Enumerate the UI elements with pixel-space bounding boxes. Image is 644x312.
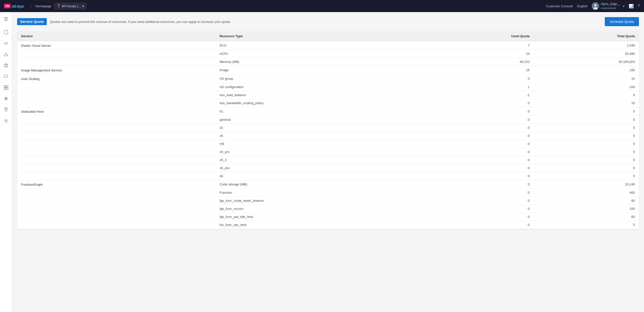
cell-service: FunctionGraph (17, 180, 216, 189)
svg-point-9 (6, 108, 7, 109)
cell-total-quota: 5 (534, 172, 639, 180)
user-menu[interactable]: Alpha_Edge_... oneprocloud ▾ (592, 2, 625, 10)
cell-resource-type: s6_pro (216, 164, 427, 172)
cell-used-quota: -1 (427, 91, 534, 99)
cell-total-quota: 5 (534, 148, 639, 156)
nav-divider: | (30, 4, 31, 8)
bar-chart-icon[interactable]: 📊 (629, 4, 634, 9)
cell-resource-type: fss_func_vpc_limit (216, 221, 427, 229)
table-row: Memory (MB)49,15225,165,824 (17, 58, 639, 66)
svg-rect-7 (4, 88, 6, 90)
cell-service: Auto Scaling (17, 74, 216, 83)
homepage-link[interactable]: Homepage (35, 4, 51, 8)
cell-resource-type: c6 (216, 132, 427, 140)
cell-service (17, 58, 216, 66)
cell-used-quota: 0 (427, 107, 534, 116)
table-row: Function0400 (17, 189, 639, 197)
avatar (592, 2, 599, 10)
table-row: c6_205 (17, 156, 639, 164)
sidebar-item-network[interactable] (1, 49, 11, 59)
table-row: fgs_func_scale_down_timeout060 (17, 197, 639, 205)
quota-table: Service Resource Type Used Quota Total Q… (17, 31, 639, 229)
cell-used-quota: 0 (427, 180, 534, 189)
sidebar-item-storage[interactable] (1, 60, 11, 70)
cell-total-quota: 100 (534, 83, 639, 91)
sidebar-item-compute[interactable] (1, 38, 11, 48)
cell-service (17, 221, 216, 229)
hamburger-menu[interactable]: ☰ (1, 14, 11, 24)
cell-service (17, 172, 216, 180)
location-label: MY-Kuala L... (62, 4, 82, 8)
svg-rect-4 (4, 65, 8, 66)
cell-used-quota: 0 (427, 156, 534, 164)
cell-total-quota: 6 (534, 91, 639, 99)
cell-used-quota: 16 (427, 66, 534, 74)
help-icon[interactable]: ? (638, 4, 640, 8)
svg-rect-8 (6, 88, 8, 90)
cell-used-quota: 0 (427, 189, 534, 197)
logo-box: TM (4, 4, 11, 8)
language-selector[interactable]: English (577, 4, 588, 8)
table-row: general05 (17, 116, 639, 124)
sidebar-item-settings[interactable] (1, 116, 11, 126)
cell-total-quota: 100 (534, 205, 639, 213)
cell-used-quota: 0 (427, 221, 534, 229)
cell-total-quota: 5 (534, 221, 639, 229)
table-row: FunctionGraphCode storage (MB)010,240 (17, 180, 639, 189)
increase-quota-button[interactable]: Increase Quota (605, 17, 639, 26)
page-header: Service Quota Quotas are used to prevent… (17, 17, 639, 26)
sidebar-item-deploy[interactable] (1, 105, 11, 115)
cell-total-quota: 5 (534, 132, 639, 140)
cell-used-quota: 1 (427, 83, 534, 91)
cell-service: Dedicated Host (17, 107, 216, 116)
sidebar-item-dashboard[interactable] (1, 27, 11, 37)
table-row: fgs_func_pat_idle_time060 (17, 213, 639, 221)
cell-resource-type: ess_load_balance (216, 91, 427, 99)
cell-used-quota: 0 (427, 213, 534, 221)
table-row: m605 (17, 140, 639, 148)
top-navigation: TM αEdge | Homepage 📍 MY-Kuala L... ▾ Cu… (0, 0, 644, 12)
cell-resource-type: h1 (216, 107, 427, 116)
cell-total-quota: 5 (534, 107, 639, 116)
customer-console-link[interactable]: Customer Console (546, 4, 573, 8)
cell-total-quota: 25,165,824 (534, 58, 639, 66)
cell-resource-type: fgs_func_scale_down_timeout (216, 197, 427, 205)
cell-service (17, 91, 216, 99)
cell-service: Image Management Service (17, 66, 216, 74)
sidebar-item-services[interactable] (1, 83, 11, 93)
left-sidebar: ☰ (0, 12, 12, 312)
cell-service: Elastic Cloud Server (17, 41, 216, 50)
cell-service (17, 205, 216, 213)
table-row: Dedicated Hosth105 (17, 107, 639, 116)
location-selector[interactable]: 📍 MY-Kuala L... ▾ (54, 3, 87, 9)
cell-resource-type: Image (216, 66, 427, 74)
table-row: Image Management ServiceImage16100 (17, 66, 639, 74)
cell-resource-type: c6_2 (216, 156, 427, 164)
cell-used-quota: 7 (427, 41, 534, 50)
cell-used-quota: 49,152 (427, 58, 534, 66)
page-header-left: Service Quota Quotas are used to prevent… (17, 18, 231, 25)
cell-service (17, 197, 216, 205)
cell-used-quota: 0 (427, 116, 534, 124)
cell-resource-type: vCPU (216, 50, 427, 58)
sidebar-item-cloud[interactable] (1, 71, 11, 82)
cell-resource-type: s6 (216, 172, 427, 180)
cell-total-quota: 400 (534, 189, 639, 197)
sidebar-item-management[interactable] (1, 94, 11, 104)
cell-total-quota: 60 (534, 197, 639, 205)
cell-resource-type: m6 (216, 140, 427, 148)
cell-service (17, 124, 216, 132)
logo[interactable]: TM αEdge (4, 4, 24, 8)
svg-rect-5 (4, 86, 6, 87)
col-resource-type: Resource Type (216, 31, 427, 41)
table-header: Service Resource Type Used Quota Total Q… (17, 31, 639, 41)
cell-used-quota: 0 (427, 172, 534, 180)
col-total-quota: Total Quota (534, 31, 639, 41)
cell-total-quota: 10 (534, 74, 639, 83)
cell-service (17, 213, 216, 221)
table-row: c605 (17, 132, 639, 140)
cell-used-quota: 0 (427, 148, 534, 156)
cell-total-quota: 10 (534, 99, 639, 107)
table-row: fgs_func_occurs0100 (17, 205, 639, 213)
cell-total-quota: 5 (534, 164, 639, 172)
